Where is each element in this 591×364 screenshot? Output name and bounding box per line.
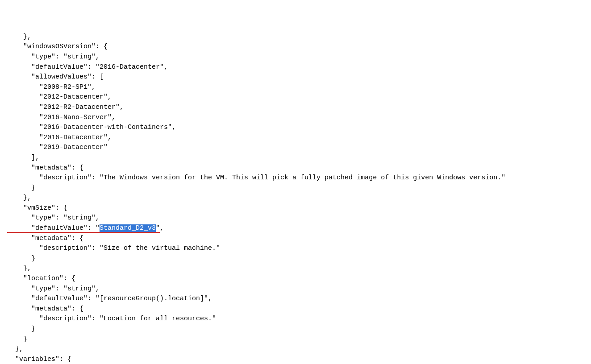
- json-code-block[interactable]: }, "windowsOSVersion": { "type": "string…: [0, 32, 591, 364]
- code-line[interactable]: },: [7, 33, 31, 41]
- code-line-default-value[interactable]: "defaultValue": "Standard_D2_v3": [7, 224, 160, 233]
- code-text: "defaultValue": ": [7, 224, 100, 232]
- code-line[interactable]: "defaultValue": "[resourceGroup().locati…: [7, 295, 212, 302]
- code-line[interactable]: "allowedValues": [: [7, 73, 104, 81]
- code-line[interactable]: "2019-Datacenter": [7, 144, 108, 151]
- code-line[interactable]: "variables": {: [7, 356, 71, 363]
- code-line[interactable]: "description": "Location for all resourc…: [7, 315, 216, 323]
- code-line[interactable]: "defaultValue": "2016-Datacenter",: [7, 63, 168, 71]
- code-line[interactable]: },: [7, 265, 31, 272]
- code-line[interactable]: "metadata": {: [7, 235, 83, 242]
- code-text: ": [156, 224, 160, 232]
- code-line[interactable]: ],: [7, 154, 39, 161]
- code-line[interactable]: "2016-Datacenter-with-Containers",: [7, 124, 176, 131]
- code-line[interactable]: "2012-Datacenter",: [7, 93, 112, 101]
- code-line[interactable]: "vmSize": {: [7, 204, 67, 212]
- code-line[interactable]: "description": "The Windows version for …: [7, 174, 505, 182]
- code-line[interactable]: "2012-R2-Datacenter",: [7, 103, 124, 111]
- code-line[interactable]: "2008-R2-SP1",: [7, 83, 96, 91]
- code-line[interactable]: }: [7, 335, 27, 343]
- code-line[interactable]: "type": "string",: [7, 53, 100, 61]
- code-line[interactable]: },: [7, 194, 31, 202]
- code-line[interactable]: "type": "string",: [7, 285, 100, 293]
- code-line[interactable]: "2016-Nano-Server",: [7, 114, 116, 121]
- code-line[interactable]: "location": {: [7, 275, 75, 282]
- code-line[interactable]: "2016-Datacenter",: [7, 134, 112, 141]
- code-line[interactable]: }: [7, 325, 35, 333]
- code-text: ,: [160, 224, 164, 232]
- code-line[interactable]: "metadata": {: [7, 164, 83, 172]
- code-line[interactable]: "metadata": {: [7, 305, 83, 313]
- code-line[interactable]: "windowsOSVersion": {: [7, 43, 108, 50]
- code-line[interactable]: }: [7, 184, 35, 192]
- code-line[interactable]: }: [7, 255, 35, 262]
- code-line[interactable]: },: [7, 345, 23, 353]
- code-line[interactable]: "description": "Size of the virtual mach…: [7, 244, 220, 252]
- code-line[interactable]: "type": "string",: [7, 214, 100, 222]
- selected-text[interactable]: Standard_D2_v3: [100, 224, 156, 232]
